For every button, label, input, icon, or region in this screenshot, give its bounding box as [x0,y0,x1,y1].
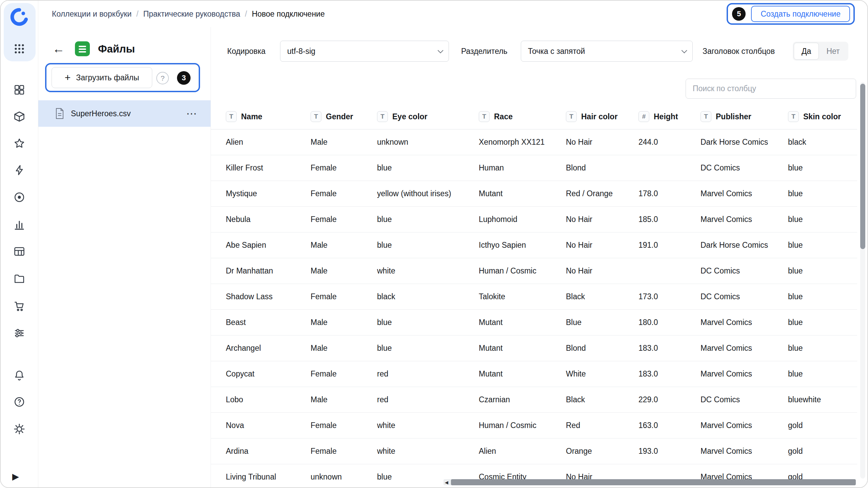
upload-files-button[interactable]: + Загрузить файлы [52,67,152,88]
table-cell: 185.0 [638,215,701,224]
vertical-scrollbar[interactable] [860,82,865,479]
table-cell: DC Comics [701,395,788,404]
column-label: Eye color [392,112,428,121]
table-cell: yellow (without irises) [377,189,479,198]
breadcrumb-guides[interactable]: Практические руководства [143,9,240,19]
table-cell: Lobo [226,395,311,404]
table-cell: Marvel Comics [701,369,788,379]
file-menu-dots-icon[interactable]: ⋯ [186,108,198,119]
help-icon[interactable] [12,394,27,409]
breadcrumb: Коллекции и воркбуки / Практические руко… [52,1,325,27]
collections-icon[interactable] [12,82,27,97]
panel-title: Файлы [98,43,135,55]
editor-lightning-icon[interactable] [12,163,27,178]
table-cell: DC Comics [701,163,788,172]
table-cell: Mystique [226,189,311,198]
table-cell: Dark Horse Comics [701,138,788,147]
datalens-logo-icon[interactable] [10,7,29,26]
table-cell: Icthyo Sapien [479,241,566,250]
settings-gear-icon[interactable] [12,422,27,436]
encoding-select[interactable]: utf-8-sig [280,41,449,62]
horizontal-scrollbar[interactable]: ◀ [443,479,856,485]
tables-icon[interactable] [12,244,27,259]
table-cell: Red / Orange [566,189,638,198]
table-row: Abe SapienMaleblueIcthyo SapienNo Hair19… [211,232,857,258]
text-type-icon: T [311,111,321,122]
apps-grid-icon[interactable] [12,41,27,56]
column-header-eye-color[interactable]: TEye color [377,111,479,122]
toggle-no-option[interactable]: Нет [819,43,847,60]
table-cell: 183.0 [638,369,701,379]
table-cell: blue [788,318,857,327]
delimiter-select[interactable]: Точка с запятой [521,41,693,62]
column-header-publisher[interactable]: TPublisher [701,111,788,122]
expand-rail-icon[interactable]: ▶ [12,471,19,482]
column-header-gender[interactable]: TGender [311,111,377,122]
table-cell: White [566,369,638,379]
file-list-item-selected[interactable]: SuperHeroes.csv ⋯ [38,100,211,127]
column-search-input[interactable] [686,79,856,99]
table-cell: Copycat [226,369,311,379]
table-row: BeastMaleblueMutantBlue180.0Marvel Comic… [211,310,857,336]
delimiter-label: Разделитель [461,41,508,62]
main-content: Кодировка utf-8-sig Разделитель Точка с … [211,27,867,487]
table-row: ArchangelMaleblueMutantBlond183.0Marvel … [211,336,857,361]
table-cell: 191.0 [638,241,701,250]
toggle-yes-option[interactable]: Да [794,43,819,60]
column-header-skin-color[interactable]: TSkin color [788,111,857,122]
header-row-label: Заголовок столбцов [703,41,775,62]
horizontal-scrollbar-thumb[interactable] [451,479,856,485]
column-label: Race [494,112,513,121]
table-cell: Human / Cosmic [479,266,566,276]
favorites-star-icon[interactable] [12,136,27,151]
text-type-icon: T [479,111,490,122]
left-rail: ▶ [1,1,38,487]
table-cell: Xenomorph XX121 [479,138,566,147]
workbooks-icon[interactable] [12,109,27,124]
table-cell: Living Tribunal [226,472,311,482]
table-cell: Female [311,189,377,198]
column-header-height[interactable]: #Height [638,111,701,122]
table-header-row: TNameTGenderTEye colorTRaceTHair color#H… [211,104,857,129]
charts-icon[interactable] [12,217,27,232]
table-cell: Luphomoid [479,215,566,224]
marketplace-cart-icon[interactable] [12,299,27,313]
settings-flow-icon[interactable] [12,326,27,341]
back-arrow-icon[interactable]: ← [51,41,66,56]
table-cell: Human / Cosmic [479,421,566,430]
table-cell: blue [788,163,857,172]
breadcrumb-separator: / [136,9,138,19]
column-header-race[interactable]: TRace [479,111,566,122]
table-cell: Black [566,395,638,404]
table-row: Dr ManhattanMalewhiteHuman / CosmicNo Ha… [211,258,857,284]
table-cell: gold [788,447,857,456]
scroll-left-arrow-icon[interactable]: ◀ [445,479,448,485]
column-label: Skin color [803,112,841,121]
encoding-label: Кодировка [227,41,265,62]
table-row: Shadow LassFemaleblackTalokiteBlack173.0… [211,284,857,310]
column-label: Hair color [581,112,617,121]
notifications-bell-icon[interactable] [12,368,27,383]
vertical-scrollbar-thumb[interactable] [860,84,865,249]
csv-sheet-icon [74,41,91,57]
create-connection-button[interactable]: Создать подключение [751,6,850,22]
table-cell: white [377,266,479,276]
table-cell: Blond [566,344,638,353]
table-cell: No Hair [566,138,638,147]
table-row: ArdinaFemalewhiteAlienOrange193.0Marvel … [211,439,857,464]
column-header-hair-color[interactable]: THair color [566,111,638,122]
breadcrumb-collections[interactable]: Коллекции и воркбуки [52,9,132,19]
table-row: MystiqueFemaleyellow (without irises)Mut… [211,181,857,207]
column-label: Publisher [716,112,751,121]
file-document-icon [55,107,65,120]
table-row: CopycatFemaleredMutantWhite183.0Marvel C… [211,361,857,387]
table-cell: 178.0 [638,189,701,198]
table-cell: Male [311,138,377,147]
annotation-outline-5: 5 Создать подключение [727,3,855,25]
column-header-name[interactable]: TName [226,111,311,122]
storage-folder-icon[interactable] [12,271,27,286]
upload-help-icon[interactable]: ? [156,72,169,84]
table-cell: Red [566,421,638,430]
services-target-icon[interactable] [12,190,27,205]
table-cell: white [377,421,479,430]
